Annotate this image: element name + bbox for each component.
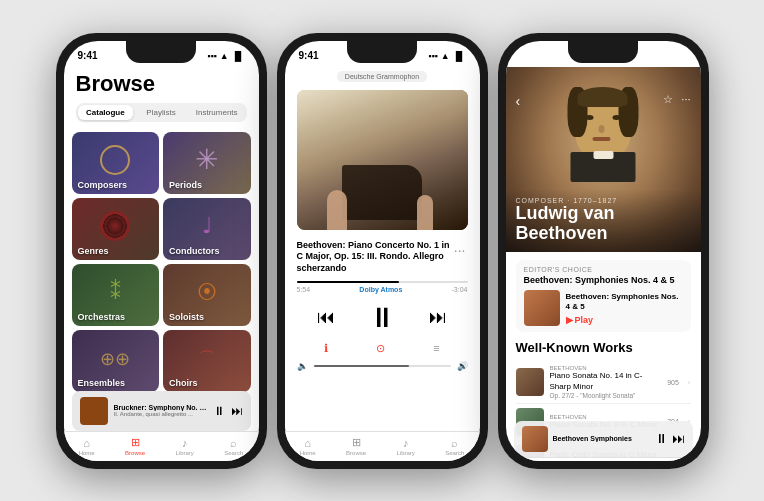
work-art-0 <box>516 368 544 396</box>
choirs-icon: ⌒ <box>198 346 216 370</box>
tile-periods[interactable]: ✳ Periods <box>163 132 251 194</box>
np-label-top: Deutsche Grammophon <box>285 67 480 86</box>
status-time-1: 9:41 <box>78 50 98 61</box>
np-controls: ⏮ ⏸ ⏭ <box>285 297 480 338</box>
mini-player-3[interactable]: Beethoven Symphonies ⏸ ⏭ <box>514 421 693 457</box>
tile-conductors-label: Conductors <box>163 242 226 260</box>
library-icon-1: ♪ <box>182 437 188 449</box>
tile-ensembles-label: Ensembles <box>72 374 132 392</box>
np-volume-bar[interactable] <box>314 365 451 367</box>
tab-catalogue[interactable]: Catalogue <box>78 105 134 120</box>
artist-favorite-icon[interactable]: ☆ <box>663 93 673 106</box>
tile-genres[interactable]: Genres <box>72 198 160 260</box>
nav-browse-2[interactable]: ⊞ Browse <box>346 436 366 456</box>
status-time-3: 9:41 <box>520 50 540 61</box>
artist-more-button[interactable]: ··· <box>681 93 690 105</box>
wifi-icon-3: ▲ <box>662 51 671 61</box>
signal-icon-3: ▪▪▪ <box>649 51 659 61</box>
tile-genres-label: Genres <box>72 242 115 260</box>
battery-icon-3: ▐▌ <box>674 51 687 61</box>
mp-title-3: Beethoven Symphonies <box>553 435 650 442</box>
wifi-icon-2: ▲ <box>441 51 450 61</box>
mp-controls-3: ⏸ ⏭ <box>655 431 685 446</box>
artist-hero-overlay: COMPOSER · 1770–1827 Ludwig van Beethove… <box>506 189 701 252</box>
tile-composers[interactable]: Composers <box>72 132 160 194</box>
browse-icon-2: ⊞ <box>352 436 361 449</box>
signal-icon-1: ▪▪▪ <box>207 51 217 61</box>
tab-playlists[interactable]: Playlists <box>133 105 189 120</box>
nav-search-label-1: Search <box>224 450 243 456</box>
well-known-title: Well-Known Works <box>516 340 691 355</box>
mini-player-1[interactable]: Bruckner: Symphony No. 4 i... II. Andant… <box>72 391 251 431</box>
np-volume-control: 🔈 🔊 <box>285 359 480 373</box>
mini-pause-icon-1[interactable]: ⏸ <box>213 404 225 418</box>
notch-1 <box>126 41 196 63</box>
tab-instruments[interactable]: Instruments <box>189 105 245 120</box>
work-item-0[interactable]: BEETHOVEN Piano Sonata No. 14 in C-Sharp… <box>516 361 691 404</box>
np-info-icon[interactable]: ℹ <box>324 342 328 355</box>
mp-pause-icon-3[interactable]: ⏸ <box>655 431 668 446</box>
phone-browse: 9:41 ▪▪▪ ▲ ▐▌ Browse Catalogue Playlists… <box>56 33 267 469</box>
nav-library-1[interactable]: ♪ Library <box>176 437 194 456</box>
nav-browse-1[interactable]: ⊞ Browse <box>125 436 145 456</box>
np-time-elapsed: 5:54 <box>297 286 311 293</box>
nav-search-1[interactable]: ⌕ Search <box>224 437 243 456</box>
artist-back-button[interactable]: ‹ <box>516 93 521 109</box>
bottom-nav-1: ⌂ Home ⊞ Browse ♪ Library ⌕ Search <box>64 431 259 461</box>
soloists-icon: ⦿ <box>197 281 217 304</box>
np-artwork-img: DG <box>297 90 468 230</box>
np-source-label: Deutsche Grammophon <box>337 71 427 82</box>
np-dolby-label: Dolby Atmos <box>359 286 402 293</box>
browse-header: Browse Catalogue Playlists Instruments <box>64 67 259 126</box>
ec-play-button[interactable]: ▶ Play <box>566 315 594 325</box>
artist-hero: COMPOSER · 1770–1827 Ludwig van Beethove… <box>506 67 701 252</box>
tile-orchestras[interactable]: ⁑ Orchestras <box>72 264 160 326</box>
mini-next-icon-1[interactable]: ⏭ <box>231 404 243 418</box>
phone-nowplaying: 9:41 ▪▪▪ ▲ ▐▌ Deutsche Grammophon DG <box>277 33 488 469</box>
mini-player-title-1: Bruckner: Symphony No. 4 i... <box>114 404 207 411</box>
mp-next-icon-3[interactable]: ⏭ <box>672 431 685 446</box>
signal-icon-2: ▪▪▪ <box>428 51 438 61</box>
np-airplay-icon[interactable]: ⊙ <box>376 342 385 355</box>
browse-title: Browse <box>76 71 247 97</box>
mini-player-info-1: Bruckner: Symphony No. 4 i... II. Andant… <box>114 404 207 417</box>
tile-choirs-label: Choirs <box>163 374 204 392</box>
tile-conductors[interactable]: ♩ Conductors <box>163 198 251 260</box>
np-queue-icon[interactable]: ≡ <box>433 342 439 355</box>
nav-home-2[interactable]: ⌂ Home <box>300 437 316 456</box>
volume-high-icon: 🔊 <box>457 361 468 371</box>
ec-play-icon: ▶ <box>566 315 573 325</box>
np-title-area: Beethoven: Piano Concerto No. 1 in C Maj… <box>285 234 480 277</box>
ec-art <box>524 290 560 326</box>
nav-library-2[interactable]: ♪ Library <box>397 437 415 456</box>
np-progress-bar[interactable] <box>297 281 468 283</box>
ensembles-icon: ⊕⊕ <box>100 347 130 369</box>
tile-soloists[interactable]: ⦿ Soloists <box>163 264 251 326</box>
home-icon-2: ⌂ <box>304 437 311 449</box>
status-time-2: 9:41 <box>299 50 319 61</box>
nav-search-2[interactable]: ⌕ Search <box>445 437 464 456</box>
volume-low-icon: 🔈 <box>297 361 308 371</box>
work-info-0: BEETHOVEN Piano Sonata No. 14 in C-Sharp… <box>550 365 662 399</box>
nav-home-1[interactable]: ⌂ Home <box>79 437 95 456</box>
tile-choirs[interactable]: ⌒ Choirs <box>163 330 251 392</box>
nav-home-label-1: Home <box>79 450 95 456</box>
orchestras-icon: ⁑ <box>110 279 121 305</box>
battery-icon-1: ▐▌ <box>232 51 245 61</box>
work-sub-0: Op. 27/2 - "Moonlight Sonata" <box>550 392 662 399</box>
composers-icon <box>100 145 130 175</box>
library-icon-2: ♪ <box>403 437 409 449</box>
np-song-title: Beethoven: Piano Concerto No. 1 in C Maj… <box>297 240 452 275</box>
np-forward-button[interactable]: ⏭ <box>429 307 447 328</box>
mp-art-3 <box>522 426 548 452</box>
np-time-remaining: -3:04 <box>452 286 468 293</box>
np-artwork: DG <box>297 90 468 230</box>
np-rewind-button[interactable]: ⏮ <box>317 307 335 328</box>
tile-ensembles[interactable]: ⊕⊕ Ensembles <box>72 330 160 392</box>
browse-tabs: Catalogue Playlists Instruments <box>76 103 247 122</box>
np-more-button[interactable]: ··· <box>452 240 468 260</box>
np-play-pause-button[interactable]: ⏸ <box>368 301 396 334</box>
bottom-nav-2: ⌂ Home ⊞ Browse ♪ Library ⌕ Search <box>285 431 480 461</box>
np-progress-fill <box>297 281 400 283</box>
home-icon-1: ⌂ <box>83 437 90 449</box>
